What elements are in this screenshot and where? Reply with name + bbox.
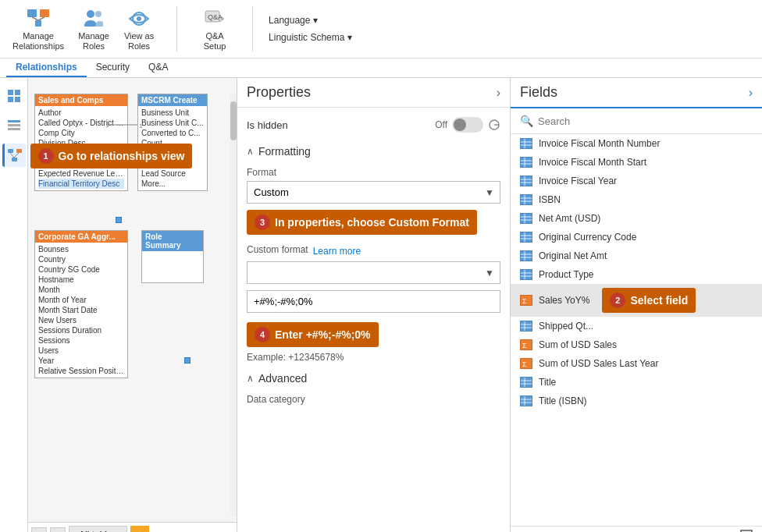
field-name: Invoice Fiscal Month Number: [539, 138, 660, 149]
field-icon-table: [520, 138, 532, 149]
view-as-roles-label: View asRoles: [124, 31, 154, 51]
field-icon-table: [520, 321, 532, 332]
field-name: Sales YoY%: [539, 295, 589, 306]
sidebar-data-icon[interactable]: [2, 114, 26, 137]
step4-container: 4 Enter +#%;-#%;0%: [247, 322, 500, 347]
advanced-section-header[interactable]: ∧ Advanced: [247, 372, 500, 385]
tab-qanda[interactable]: Q&A: [139, 59, 177, 77]
is-hidden-row: Is hidden Off: [247, 117, 500, 133]
manage-roles-button[interactable]: ManageRoles: [72, 3, 116, 55]
toggle-line-icon: [488, 119, 500, 131]
field-original-net-amt[interactable]: Original Net Amt: [511, 246, 762, 265]
field-original-currency-code[interactable]: Original Currency Code: [511, 228, 762, 246]
field-icon-table: [520, 194, 532, 205]
format-input-field[interactable]: [247, 290, 500, 313]
data-category-group: Data category: [247, 394, 500, 405]
step1-tooltip-box: 1 Go to relationships view: [30, 144, 193, 168]
search-input[interactable]: [538, 115, 753, 127]
toggle-track[interactable]: [452, 117, 483, 133]
field-shipped-qty[interactable]: Shipped Qt...: [511, 317, 762, 335]
svg-rect-53: [521, 251, 532, 261]
svg-rect-2: [35, 20, 41, 27]
qa-setup-label: Q&ASetup: [204, 31, 226, 51]
field-invoice-fiscal-month-number[interactable]: Invoice Fiscal Month Number: [511, 134, 762, 153]
svg-line-22: [10, 153, 14, 158]
svg-rect-0: [27, 9, 37, 17]
field-invoice-fiscal-year[interactable]: Invoice Fiscal Year: [511, 172, 762, 190]
custom-format-sub-select[interactable]: [247, 261, 500, 284]
nav-right-btn[interactable]: ▶: [50, 527, 66, 532]
is-hidden-label: Is hidden: [247, 119, 288, 131]
view-as-roles-button[interactable]: View asRoles: [117, 3, 161, 55]
field-icon-table: [520, 176, 532, 186]
resize-handle-2[interactable]: [184, 357, 190, 364]
sidebar-relationships-icon[interactable]: [2, 144, 26, 167]
search-icon: 🔍: [520, 115, 533, 127]
zoom-bar: − + ↺: [511, 526, 762, 532]
svg-rect-19: [8, 149, 13, 153]
security-group: Q&A Q&ASetup: [193, 3, 237, 55]
svg-point-6: [95, 11, 101, 17]
svg-rect-17: [8, 124, 20, 126]
main-area: 1 Go to relationships view ▲ Sales and C…: [0, 78, 762, 532]
resize-handle-1[interactable]: [116, 217, 122, 223]
sidebar-report-icon[interactable]: [2, 84, 26, 108]
fields-chevron[interactable]: ›: [749, 86, 753, 100]
step4-badge: 4: [255, 327, 270, 342]
advanced-section-title: Advanced: [258, 372, 307, 385]
formatting-section-header[interactable]: ∧ Formatting: [247, 145, 500, 158]
manage-relationships-button[interactable]: Manage Relationships: [6, 3, 70, 55]
format-select[interactable]: General Decimal number Whole number Perc…: [247, 181, 500, 204]
bottom-bar: ◀ ▶ All tables +: [28, 522, 237, 532]
fields-panel: Fields › 🔍 Invoice Fiscal Month Number I…: [511, 78, 762, 532]
search-box-wrapper: 🔍: [511, 108, 762, 134]
all-tables-button[interactable]: All tables: [69, 526, 127, 532]
formatting-chevron-icon: ∧: [247, 146, 254, 157]
add-table-button[interactable]: +: [130, 526, 149, 532]
field-icon-table: [520, 250, 532, 261]
properties-header: Properties ›: [237, 78, 510, 108]
step4-text: Enter +#%;-#%;0%: [275, 328, 371, 341]
svg-rect-75: [521, 396, 532, 406]
field-title-isbn[interactable]: Title (ISBN): [511, 392, 762, 410]
tab-relationships[interactable]: Relationships: [6, 59, 87, 77]
ribbon-tabs: Relationships Security Q&A: [0, 58, 762, 77]
svg-text:Σ: Σ: [522, 297, 527, 305]
qa-setup-button[interactable]: Q&A Q&ASetup: [193, 3, 237, 55]
ribbon-sep-2: [252, 6, 253, 51]
qa-setup-icon: Q&A: [202, 6, 227, 31]
relationships-group: Manage Relationships ManageRoles View as…: [6, 3, 161, 55]
language-link[interactable]: Language ▾: [269, 13, 352, 27]
field-product-type[interactable]: Product Type: [511, 265, 762, 284]
vertical-scrollbar[interactable]: [230, 94, 237, 516]
field-name: Original Currency Code: [539, 232, 636, 243]
svg-rect-29: [521, 139, 532, 148]
field-isbn[interactable]: ISBN: [511, 190, 762, 209]
svg-rect-15: [15, 97, 20, 102]
svg-rect-33: [521, 158, 532, 167]
step2-text: Select field: [630, 294, 688, 307]
field-net-amt-usd[interactable]: Net Amt (USD): [511, 209, 762, 228]
field-icon-table: [520, 232, 532, 243]
properties-chevron[interactable]: ›: [497, 86, 500, 100]
linguistic-schema-link[interactable]: Linguistic Schema ▾: [269, 30, 352, 44]
step1-badge: 1: [38, 148, 54, 164]
nav-left-btn[interactable]: ◀: [31, 527, 47, 532]
svg-rect-37: [521, 176, 532, 186]
field-sum-usd-sales-last-year[interactable]: Σ Sum of USD Sales Last Year: [511, 354, 762, 373]
field-name: Title (ISBN): [539, 395, 587, 406]
field-invoice-fiscal-month-start[interactable]: Invoice Fiscal Month Start: [511, 153, 762, 172]
field-title[interactable]: Title: [511, 373, 762, 392]
field-name: Product Type: [539, 269, 594, 280]
field-name: Net Amt (USD): [539, 213, 600, 224]
custom-format-label: Custom format: [247, 244, 308, 255]
field-sales-yoy[interactable]: Σ Sales YoY% 2 Select field: [511, 284, 762, 317]
learn-more-link[interactable]: Learn more: [313, 246, 361, 257]
custom-format-label-row: Custom format Learn more: [247, 244, 500, 258]
format-group: Format General Decimal number Whole numb…: [247, 167, 500, 235]
tab-security[interactable]: Security: [87, 59, 139, 77]
field-sum-usd-sales[interactable]: Σ Sum of USD Sales: [511, 335, 762, 354]
view-as-roles-icon: [126, 6, 151, 31]
svg-rect-49: [521, 232, 532, 242]
field-name: Invoice Fiscal Year: [539, 176, 617, 186]
